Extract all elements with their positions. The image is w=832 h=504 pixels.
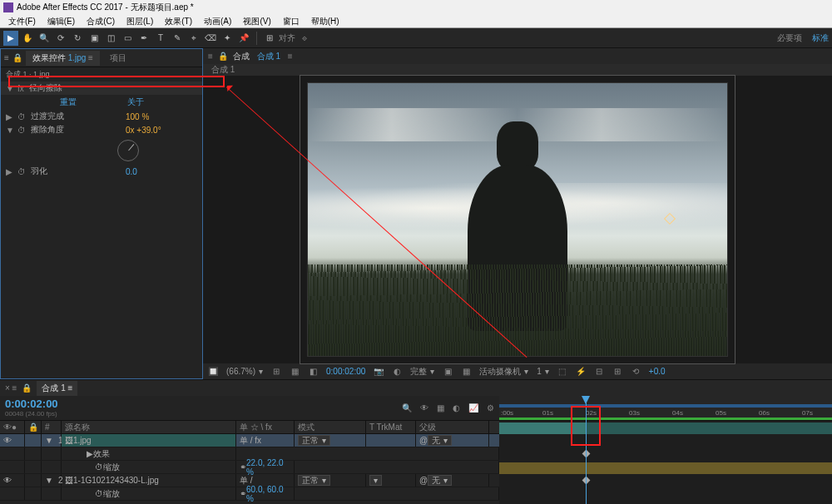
resolution-icon[interactable]: ⊞ [271,367,281,377]
panel-menu-icon[interactable]: × ≡ [5,383,17,393]
exposure-value[interactable]: +0.0 [649,367,666,376]
snap-icon[interactable]: ⊞ [262,31,277,46]
project-tab[interactable]: 项目 [103,51,133,66]
flowchart-icon[interactable]: ⊞ [612,367,622,377]
twirl-icon[interactable]: ▼ [45,476,53,485]
blend-mode-dropdown[interactable]: 正常 ▾ [298,435,330,446]
brush-tool[interactable]: ✎ [170,31,185,46]
motion-blur-icon[interactable]: ◐ [453,403,460,413]
twirl-icon[interactable]: ▼ [45,436,53,445]
parent-dropdown[interactable]: 无 ▾ [428,475,452,486]
fast-preview-icon[interactable]: ⚡ [576,367,586,377]
lock-icon[interactable]: 🔒 [218,52,228,61]
angle-dial[interactable] [117,140,139,161]
menu-edit[interactable]: 编辑(E) [42,15,80,28]
panel-menu-icon[interactable]: ≡ [208,52,213,61]
camera-tool[interactable]: ▣ [87,31,102,46]
stopwatch-icon[interactable]: ⏱ [17,112,26,121]
menu-effect[interactable]: 效果(T) [160,15,197,28]
eraser-tool[interactable]: ⌫ [203,31,218,46]
clone-tool[interactable]: ⌖ [186,31,201,46]
layer-bar[interactable] [499,462,832,474]
col-sourcename[interactable]: 源名称 [62,421,236,433]
trkmat-dropdown[interactable]: ▾ [369,475,382,486]
text-tool[interactable]: T [153,31,168,46]
stopwatch-icon[interactable]: ⏱ [17,167,26,176]
constrain-icon[interactable]: ⚭ [240,462,246,472]
prop-value[interactable]: 100 % [126,112,149,121]
transition-completion-row[interactable]: ▶ ⏱ 过渡完成 100 % [1,110,202,123]
wipe-angle-row[interactable]: ▼ ⏱ 擦除角度 0x +39.0° [1,123,202,136]
about-link[interactable]: 关于 [127,96,144,108]
prop-value[interactable]: 0x +39.0° [126,126,161,135]
grid-icon[interactable]: ▦ [290,367,300,377]
roto-tool[interactable]: ✦ [220,31,235,46]
hand-tool[interactable]: ✋ [20,31,35,46]
timeline-tab[interactable]: 合成 1 ≡ [37,381,77,396]
lock-icon[interactable]: 🔒 [12,53,22,62]
workspace-standard[interactable]: 标准 [812,32,829,44]
rotate-tool[interactable]: ↻ [70,31,85,46]
pan-behind-tool[interactable]: ◫ [103,31,118,46]
visibility-icon[interactable]: 👁 [3,436,12,445]
layer-row[interactable]: 👁 ▼1 🖼 1.jpg 单 / fx 正常 ▾ @ 无 ▾ [0,434,499,447]
stopwatch-icon[interactable]: ⏱ [95,489,103,498]
pixel-aspect-icon[interactable]: ⬚ [557,367,567,377]
prop-value[interactable]: 0.0 [126,167,137,176]
fx-icon[interactable]: fx [17,84,24,93]
viewer-canvas[interactable] [203,76,832,363]
brainstorm-icon[interactable]: ⚙ [487,403,494,413]
timeline-tracks[interactable]: :00s 01s 02s 03s 04s 05s 06s 07s [499,396,832,504]
menu-animation[interactable]: 动画(A) [199,15,236,28]
menu-layer[interactable]: 图层(L) [121,15,158,28]
menu-composition[interactable]: 合成(C) [82,15,120,28]
viewer-tab[interactable]: 合成 合成 1 ≡ [233,51,293,62]
constrain-icon[interactable]: ⚭ [240,489,246,498]
selection-tool[interactable]: ▶ [3,31,18,46]
effect-row[interactable]: ▼ fx 径向擦除 [1,82,202,95]
stopwatch-icon[interactable]: ⏱ [95,462,103,472]
pen-tool[interactable]: ✒ [136,31,151,46]
transparency-icon[interactable]: ▦ [461,367,471,377]
search-icon[interactable]: 🔍 [402,403,412,413]
graph-editor-icon[interactable]: 📈 [468,403,478,413]
lock-icon[interactable]: 🔒 [22,383,32,393]
shy-icon[interactable]: 👁 [420,403,428,413]
snapshot-icon[interactable]: 📷 [374,367,384,377]
feather-row[interactable]: ▶ ⏱ 羽化 0.0 [1,165,202,178]
visibility-icon[interactable]: 👁 [3,476,12,485]
quality-dropdown[interactable]: 完整 ▾ [410,366,434,378]
twirl-icon[interactable]: ▶ [87,449,93,458]
mask-tool[interactable]: ▭ [120,31,135,46]
pickwhip-icon[interactable]: @ [419,436,428,445]
layer-scale-row[interactable]: ⏱ 缩放 ⚭ 60.0, 60.0 % [0,487,499,501]
work-area-bar[interactable] [499,404,832,408]
views-dropdown[interactable]: 1 ▾ [537,367,549,376]
time-ruler[interactable]: :00s 01s 02s 03s 04s 05s 06s 07s [499,396,832,421]
panel-menu-icon[interactable]: ≡ [4,53,9,62]
menu-view[interactable]: 视图(V) [238,15,275,28]
twirl-icon[interactable]: ▶ [6,112,12,121]
parent-dropdown[interactable]: 无 ▾ [428,435,452,446]
mask-icon[interactable]: ◧ [308,367,318,377]
menu-window[interactable]: 窗口 [278,15,305,28]
twirl-icon[interactable]: ▶ [6,167,12,176]
timeline-icon[interactable]: ⊟ [594,367,604,377]
channel-icon[interactable]: ◐ [392,367,402,377]
current-timecode[interactable]: 0:00:02:00 [5,398,236,410]
frame-blend-icon[interactable]: ▦ [437,403,444,413]
region-icon[interactable]: ▣ [443,367,453,377]
magnify-icon[interactable]: 🔲 [208,367,218,377]
puppet-tool[interactable]: 📌 [236,31,251,46]
zoom-dropdown[interactable]: (66.7%) ▾ [226,367,263,376]
camera-dropdown[interactable]: 活动摄像机 ▾ [479,366,528,378]
stopwatch-icon[interactable]: ⏱ [17,126,26,135]
menu-file[interactable]: 文件(F) [3,15,41,28]
reset-link[interactable]: 重置 [60,96,77,108]
workspace-essential[interactable]: 必要项 [777,32,802,44]
scale-value[interactable]: 60.0, 60.0 % [246,485,290,503]
current-time-indicator[interactable] [586,396,587,504]
blend-mode-dropdown[interactable]: 正常 ▾ [298,475,330,486]
align-icon[interactable]: ⟐ [297,31,312,46]
pickwhip-icon[interactable]: @ [419,476,428,485]
